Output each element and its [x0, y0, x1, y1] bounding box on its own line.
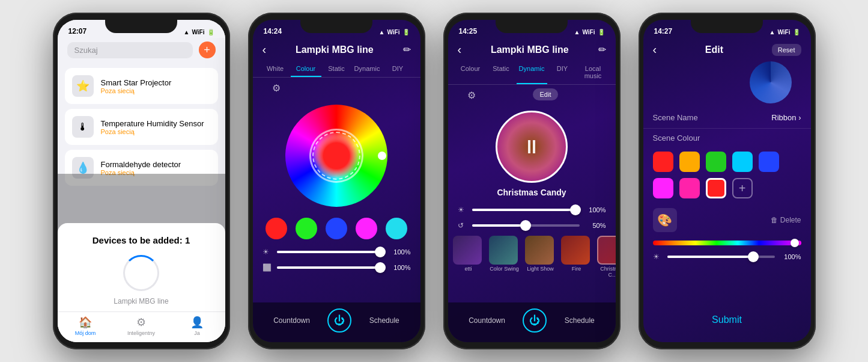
device-icon-1: 🌡	[72, 116, 94, 138]
color-green[interactable]	[706, 152, 726, 172]
modal-device-name: Lampki MBG line	[70, 297, 213, 305]
brightness-slider[interactable]	[277, 251, 384, 253]
scenes-row: etti Color Swing Light Show Fire Christm…	[448, 233, 616, 280]
reset-button[interactable]: Reset	[772, 44, 801, 56]
swatch-magenta[interactable]	[356, 218, 377, 239]
edit-header: ‹ Edit Reset	[643, 38, 811, 61]
color-pink[interactable]	[679, 178, 700, 198]
status-icons-3: ▲WiFi🔋	[574, 29, 605, 35]
add-device-button[interactable]: +	[199, 41, 216, 58]
tab-colour-3[interactable]: Colour	[455, 61, 486, 84]
scene-thumb-fire[interactable]: Fire	[561, 236, 592, 278]
bottom-bar-3: Countdown ⏻ Schedule	[448, 302, 616, 342]
device-status-0: Poza siecią	[101, 87, 172, 94]
tab-white[interactable]: White	[260, 61, 291, 77]
color-orange[interactable]	[679, 152, 700, 172]
countdown-button-2[interactable]: Countdown	[273, 316, 310, 325]
status-icons-1: ▲WiFi🔋	[184, 29, 214, 35]
bottom-bar-2: Countdown ⏻ Schedule	[253, 302, 420, 342]
device-name-2: Formaldehyde detector	[101, 160, 181, 169]
delete-button[interactable]: 🗑 Delete	[771, 216, 801, 224]
status-time-2: 14:24	[264, 27, 282, 35]
tab-dynamic[interactable]: Dynamic	[352, 61, 383, 77]
edit-brightness-slider[interactable]	[667, 256, 775, 258]
scene-thumb-christmas[interactable]: Christmas C...	[597, 236, 616, 278]
tab-static[interactable]: Static	[321, 61, 352, 77]
device-item-0[interactable]: ⭐ Smart Star Projector Poza siecią	[65, 68, 218, 104]
color-magenta[interactable]	[653, 178, 673, 198]
scene-brightness-slider[interactable]	[472, 209, 580, 211]
search-placeholder: Szukaj	[74, 46, 98, 55]
countdown-button-3[interactable]: Countdown	[469, 316, 505, 325]
tab-colour[interactable]: Colour	[291, 61, 321, 77]
trash-icon: 🗑	[771, 216, 778, 224]
tab-diy-3[interactable]: DIY	[547, 61, 578, 84]
scene-thumb-confetti[interactable]: etti	[453, 236, 484, 278]
nav-smart[interactable]: ⚙ Inteligentny	[114, 316, 169, 336]
scene-speed-slider[interactable]	[472, 224, 580, 227]
intensity-slider[interactable]	[277, 266, 384, 269]
phone-4: 14:27 ▲WiFi🔋 ‹ Edit Reset Scene Name Rib…	[639, 13, 816, 349]
brightness-value: 100%	[389, 248, 411, 256]
swatch-red[interactable]	[266, 218, 287, 239]
swatch-cyan[interactable]	[386, 218, 407, 239]
color-selected[interactable]	[706, 178, 726, 198]
color-blue[interactable]	[759, 152, 779, 172]
scene-preview-ball	[750, 61, 792, 103]
power-button-2[interactable]: ⏻	[327, 308, 351, 333]
schedule-button-2[interactable]: Schedule	[369, 316, 399, 325]
swatch-blue[interactable]	[326, 218, 347, 239]
device-item-1[interactable]: 🌡 Temperature Humidity Sensor Poza sieci…	[65, 109, 218, 145]
bottom-navigation: 🏠 Mój dom ⚙ Inteligentny 👤 Ja	[58, 311, 225, 342]
back-button-3[interactable]: ‹	[458, 43, 462, 57]
app-title-2: Lampki MBG line	[266, 44, 402, 55]
scene-brightness-value: 100%	[584, 206, 606, 213]
color-wheel[interactable]	[253, 99, 420, 213]
tab-static-3[interactable]: Static	[486, 61, 517, 84]
scene-speed-value: 50%	[584, 222, 606, 229]
intensity-slider-row: ⬜ 100%	[253, 260, 420, 275]
nav-home[interactable]: 🏠 Mój dom	[58, 316, 114, 336]
nav-me[interactable]: 👤 Ja	[169, 316, 225, 336]
color-red[interactable]	[653, 152, 673, 172]
scene-speed-icon: ↺	[458, 221, 467, 230]
scene-colour-label: Scene Colour	[653, 133, 700, 143]
scene-thumb-color-swing[interactable]: Color Swing	[489, 236, 520, 278]
settings-gear-3[interactable]: ⚙	[458, 87, 485, 103]
status-time-4: 14:27	[654, 27, 673, 35]
submit-button[interactable]: Submit	[643, 307, 811, 333]
hue-slider[interactable]	[653, 241, 801, 245]
device-status-1: Poza siecią	[101, 128, 204, 135]
tab-dynamic-3[interactable]: Dynamic	[517, 61, 547, 84]
power-button-3[interactable]: ⏻	[523, 308, 547, 333]
app-header-3: ‹ Lampki MBG line ✏	[448, 38, 616, 61]
search-bar[interactable]: Szukaj	[67, 42, 193, 58]
tab-local-music[interactable]: Local music	[578, 61, 609, 84]
scene-preview: ⏸	[496, 111, 568, 183]
edit-icon-3[interactable]: ✏	[598, 44, 606, 55]
back-button-2[interactable]: ‹	[263, 43, 267, 57]
back-button-4[interactable]: ‹	[653, 43, 657, 57]
settings-gear-2[interactable]: ⚙	[263, 80, 290, 96]
edit-scene-button[interactable]: Edit	[533, 88, 559, 100]
add-color-button[interactable]: +	[732, 178, 753, 198]
edit-title: Edit	[657, 44, 772, 55]
scene-brightness-icon: ☀	[458, 206, 467, 214]
edit-icon-2[interactable]: ✏	[403, 44, 411, 55]
tab-diy[interactable]: DIY	[383, 61, 413, 77]
color-grid: +	[643, 147, 811, 203]
scene-thumb-light-show[interactable]: Light Show	[525, 236, 556, 278]
swatch-green[interactable]	[296, 218, 317, 239]
status-time-1: 12:07	[68, 27, 87, 35]
modal-title: Devices to be added: 1	[70, 235, 213, 245]
color-swatches	[253, 213, 420, 244]
color-cyan[interactable]	[732, 152, 753, 172]
schedule-button-3[interactable]: Schedule	[565, 316, 595, 325]
device-icon-0: ⭐	[72, 75, 94, 97]
device-name-1: Temperature Humidity Sensor	[101, 119, 204, 128]
scene-name-value[interactable]: Ribbon ›	[771, 113, 801, 122]
color-palette-button[interactable]: 🎨	[653, 208, 677, 232]
scene-speed-row: ↺ 50%	[448, 218, 616, 233]
loading-spinner	[123, 255, 159, 291]
pause-icon[interactable]: ⏸	[522, 136, 541, 158]
